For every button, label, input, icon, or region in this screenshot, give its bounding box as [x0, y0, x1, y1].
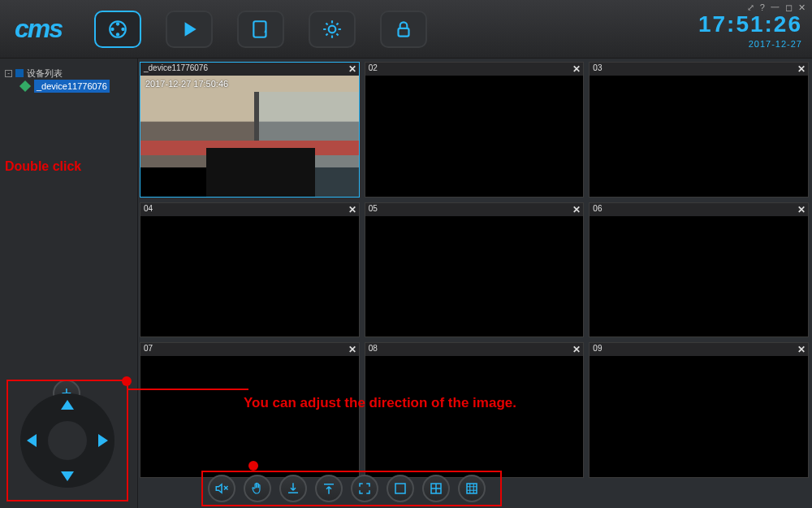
export-icon — [322, 481, 336, 496]
speaker-mute-icon — [214, 481, 229, 496]
grid-1-icon — [393, 481, 408, 496]
film-reel-icon — [107, 19, 128, 40]
feed-timestamp: 2017-12-27 17:50:46 — [145, 79, 228, 89]
close-icon[interactable]: ✕ — [572, 63, 581, 75]
video-grid: _device11776076 ✕ 2017-12-27 17:50:46 02… — [140, 62, 809, 478]
collapse-icon[interactable]: - — [5, 70, 12, 77]
gear-icon — [322, 19, 343, 40]
video-cell-09[interactable]: 09✕ — [589, 342, 809, 478]
folder-icon — [15, 69, 24, 77]
close-icon[interactable]: ✕ — [797, 63, 806, 75]
brand-logo: cms — [15, 14, 62, 44]
video-cell-05[interactable]: 05✕ — [365, 202, 585, 338]
ptz-up-button[interactable] — [61, 400, 74, 410]
video-cell-02[interactable]: 02✕ — [365, 62, 585, 198]
ptz-right-button[interactable] — [98, 434, 108, 447]
bottom-toolbar — [201, 471, 502, 506]
svg-point-4 — [110, 27, 114, 30]
cell-title-text: _device11776076 — [144, 63, 208, 72]
ptz-center-button[interactable] — [48, 421, 87, 460]
record-button[interactable] — [315, 475, 343, 502]
layout-4-button[interactable] — [422, 475, 450, 502]
close-icon[interactable]: ✕ — [797, 344, 806, 355]
svg-rect-6 — [253, 21, 266, 37]
cell-number: 09 — [593, 344, 602, 353]
close-icon[interactable]: ✕ — [348, 344, 356, 355]
cell-number: 05 — [369, 204, 378, 213]
svg-point-1 — [116, 22, 119, 25]
cell-number: 02 — [369, 63, 378, 72]
edit-icon — [250, 19, 271, 40]
video-cell-06[interactable]: 06✕ — [589, 202, 809, 338]
annotation-dot — [122, 376, 132, 386]
close-icon[interactable]: ✕ — [797, 204, 806, 215]
clock-display: 17:51:26 2017-12-27 — [698, 11, 802, 49]
tree-root[interactable]: - 设备列表 — [5, 67, 132, 80]
svg-point-2 — [121, 27, 124, 30]
cell-number: 07 — [144, 344, 153, 353]
grid-9-icon — [464, 481, 479, 496]
lock-icon — [393, 19, 414, 40]
video-cell-04[interactable]: 04✕ — [140, 202, 360, 338]
grid-4-icon — [429, 481, 443, 496]
import-icon — [286, 481, 300, 496]
svg-point-3 — [116, 33, 119, 36]
snapshot-button[interactable] — [279, 475, 307, 502]
close-icon[interactable]: ✕ — [572, 204, 581, 215]
ptz-down-button[interactable] — [61, 471, 74, 481]
svg-rect-11 — [467, 484, 477, 493]
cell-number: 03 — [593, 63, 602, 72]
talk-button[interactable] — [244, 475, 271, 502]
log-button[interactable] — [237, 11, 284, 48]
cell-number: 06 — [593, 204, 602, 213]
device-tree[interactable]: - 设备列表 _device11776076 — [5, 67, 132, 93]
fullscreen-button[interactable] — [351, 475, 378, 502]
svg-point-7 — [329, 25, 336, 33]
layout-9-button[interactable] — [458, 475, 486, 502]
svg-rect-9 — [395, 484, 405, 493]
live-feed[interactable]: 2017-12-27 17:50:46 — [140, 76, 359, 197]
live-view-button[interactable] — [94, 11, 141, 48]
play-icon — [179, 19, 200, 40]
close-icon[interactable]: ✕ — [572, 344, 581, 355]
app-header: cms ⤢ ? 一 ◻ ✕ 17:51:26 2017-12-27 — [0, 0, 812, 59]
cell-number: 08 — [369, 344, 378, 353]
svg-marker-5 — [185, 22, 197, 36]
playback-button[interactable] — [166, 11, 213, 48]
device-status-icon — [19, 80, 31, 92]
cell-title: _device11776076 ✕ — [140, 63, 359, 76]
layout-1-button[interactable] — [387, 475, 414, 502]
clock-time: 17:51:26 — [698, 11, 802, 37]
close-icon[interactable]: ✕ — [348, 63, 356, 75]
annotation-line — [128, 389, 248, 390]
mute-button[interactable] — [208, 475, 235, 502]
clock-date: 2017-12-27 — [698, 39, 802, 49]
device-sidebar: - 设备列表 _device11776076 Double click + — [0, 59, 138, 508]
video-cell-03[interactable]: 03✕ — [589, 62, 809, 198]
tree-device-item[interactable]: _device11776076 — [19, 80, 132, 93]
annotation-text: You can adjust the direction of the imag… — [244, 395, 516, 411]
cell-number: 04 — [144, 204, 153, 213]
annotation-double-click: Double click — [5, 159, 81, 174]
lock-button[interactable] — [380, 11, 427, 48]
device-label: _device11776076 — [34, 80, 110, 93]
settings-button[interactable] — [309, 11, 356, 48]
svg-rect-8 — [399, 28, 409, 36]
annotation-dot — [248, 461, 258, 471]
ptz-control-panel — [6, 380, 128, 501]
ptz-dpad — [20, 393, 114, 488]
close-icon[interactable]: ✕ — [348, 204, 356, 215]
ptz-left-button[interactable] — [27, 434, 37, 447]
hand-icon — [250, 481, 265, 496]
fullscreen-icon — [357, 481, 372, 496]
video-cell-01[interactable]: _device11776076 ✕ 2017-12-27 17:50:46 — [140, 62, 360, 198]
feed-image — [140, 76, 359, 197]
tree-root-label: 设备列表 — [27, 67, 63, 80]
